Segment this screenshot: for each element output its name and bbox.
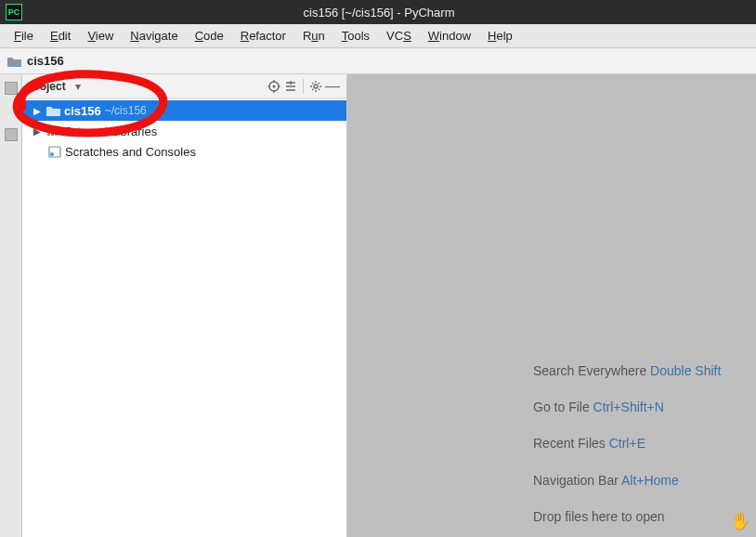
tree-root-node[interactable]: ▶ cis156 ~/cis156 — [22, 100, 346, 121]
svg-rect-3 — [47, 126, 50, 136]
divider — [303, 79, 304, 94]
expand-arrow-icon[interactable]: ▶ — [32, 106, 43, 116]
project-tool-header: Project ▾ — — [22, 74, 346, 98]
locate-icon[interactable] — [266, 78, 282, 95]
svg-point-7 — [50, 152, 54, 156]
hint-search-shortcut: Double Shift — [650, 363, 721, 378]
menu-refactor[interactable]: Refactor — [232, 27, 294, 45]
project-tree[interactable]: ▶ cis156 ~/cis156 ▶ External Libraries S… — [22, 98, 346, 164]
welcome-hints: Search Everywhere Double Shift Go to Fil… — [533, 353, 756, 535]
svg-point-2 — [314, 85, 318, 88]
menu-help[interactable]: Help — [479, 27, 521, 45]
menu-navigate[interactable]: Navigate — [122, 27, 186, 45]
dropdown-icon[interactable]: ▾ — [70, 78, 86, 95]
hint-drop-label: Drop files here to open — [533, 509, 665, 524]
expand-arrow-icon[interactable]: ▶ — [32, 126, 43, 137]
menu-bar: File Edit View Navigate Code Refactor Ru… — [0, 24, 756, 48]
scratches-icon — [48, 146, 61, 158]
svg-point-1 — [273, 85, 276, 87]
menu-tools[interactable]: Tools — [333, 27, 378, 45]
hint-search-label: Search Everywhere — [533, 363, 646, 378]
menu-code[interactable]: Code — [187, 27, 232, 45]
project-tool-tab-icon[interactable] — [5, 82, 18, 95]
tree-root-path: ~/cis156 — [105, 104, 147, 117]
hint-navbar-shortcut: Alt+Home — [621, 473, 679, 488]
left-tool-gutter[interactable] — [0, 74, 22, 537]
menu-window[interactable]: Window — [420, 27, 479, 45]
window-title-bar: PC cis156 [~/cis156] - PyCharm — [0, 0, 756, 24]
hint-goto-shortcut: Ctrl+Shift+N — [593, 399, 664, 414]
menu-view[interactable]: View — [79, 27, 122, 45]
tree-external-libraries[interactable]: ▶ External Libraries — [22, 121, 346, 141]
hide-icon[interactable]: — — [324, 78, 341, 95]
tree-scratches[interactable]: Scratches and Consoles — [22, 141, 346, 162]
tree-scratches-label: Scratches and Consoles — [65, 145, 196, 159]
folder-icon — [7, 56, 21, 67]
hint-navbar-label: Navigation Bar — [533, 473, 619, 488]
editor-area[interactable]: Search Everywhere Double Shift Go to Fil… — [347, 74, 756, 537]
project-tool-title[interactable]: Project — [28, 80, 66, 93]
gear-icon[interactable] — [307, 78, 324, 95]
breadcrumb-root[interactable]: cis156 — [27, 54, 64, 68]
folder-icon — [46, 105, 60, 116]
structure-tool-tab-icon[interactable] — [5, 128, 18, 141]
menu-run[interactable]: Run — [294, 27, 333, 45]
hint-recent-shortcut: Ctrl+E — [609, 436, 645, 451]
collapse-all-icon[interactable] — [282, 78, 299, 95]
menu-vcs[interactable]: VCS — [378, 27, 420, 45]
hint-recent-label: Recent Files — [533, 436, 606, 451]
menu-file[interactable]: File — [6, 27, 42, 45]
tree-root-label: cis156 — [64, 104, 101, 118]
svg-rect-5 — [55, 126, 58, 136]
navigation-bar[interactable]: cis156 — [0, 48, 756, 74]
tree-external-libraries-label: External Libraries — [63, 124, 157, 138]
hint-goto-label: Go to File — [533, 399, 590, 414]
svg-rect-4 — [51, 126, 54, 136]
window-title: cis156 [~/cis156] - PyCharm — [28, 6, 756, 20]
project-tool-window: Project ▾ — ▶ cis156 ~/ci — [22, 74, 347, 537]
hand-cursor-icon: ✋ — [730, 511, 750, 531]
library-icon — [46, 125, 59, 137]
pycharm-app-icon: PC — [6, 4, 22, 20]
menu-edit[interactable]: Edit — [42, 27, 79, 45]
